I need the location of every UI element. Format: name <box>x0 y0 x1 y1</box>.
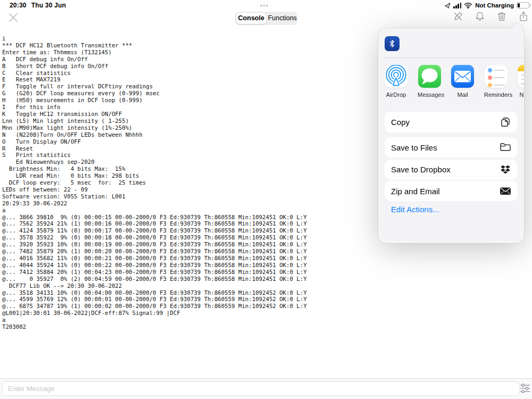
popover-divider <box>384 57 524 58</box>
message-bar <box>0 378 532 399</box>
action-zip-and-email[interactable]: Zip and Email <box>385 181 518 201</box>
console-output-text: i *** DCF HC12 Bluetooth Transmitter ***… <box>2 36 372 331</box>
share-sheet-popover: AirDrop Messages <box>378 28 524 243</box>
folder-icon <box>500 142 511 153</box>
airdrop-label: AirDrop <box>385 92 408 98</box>
pencil-slash-icon[interactable] <box>452 11 464 22</box>
wifi-icon <box>464 2 472 9</box>
console-output-area[interactable]: i *** DCF HC12 Bluetooth Transmitter ***… <box>2 36 372 378</box>
messages-icon <box>418 65 441 88</box>
cellular-signal-icon <box>453 3 461 9</box>
save-to-dropbox-label: Save to Dropbox <box>391 165 500 174</box>
zip-and-email-label: Zip and Email <box>391 187 500 196</box>
mail-app[interactable]: Mail <box>451 65 475 98</box>
trash-icon[interactable] <box>496 11 508 22</box>
share-icon[interactable] <box>518 11 529 22</box>
airdrop-icon <box>385 65 408 88</box>
action-copy[interactable]: Copy <box>385 112 518 132</box>
mail-label: Mail <box>451 92 475 98</box>
console-functions-segmented-control: Console Functions <box>235 12 297 25</box>
tab-console[interactable]: Console <box>236 13 267 24</box>
terminal-app-screen: 20:30Thu 30 Jun ••• Not Charging <box>0 0 532 399</box>
copy-icon <box>500 117 511 128</box>
sliders-settings-icon[interactable] <box>520 384 530 393</box>
battery-icon <box>517 2 529 9</box>
toolbar: Console Functions <box>0 11 532 27</box>
status-time: 20:30 <box>10 2 27 9</box>
envelope-filled-icon <box>500 185 511 197</box>
save-to-files-label: Save to Files <box>391 143 500 152</box>
messages-app[interactable]: Messages <box>418 65 441 98</box>
status-date: Thu 30 Jun <box>31 2 66 9</box>
notes-icon <box>518 65 524 88</box>
status-time-date: 20:30Thu 30 Jun <box>10 2 66 9</box>
reminders-label: Reminders <box>484 92 508 98</box>
action-save-to-files[interactable]: Save to Files <box>385 137 518 157</box>
bluetooth-source-icon <box>385 36 400 51</box>
battery-status-label: Not Charging <box>475 2 514 9</box>
copy-label: Copy <box>391 118 500 127</box>
notes-label-truncated: N <box>518 92 525 98</box>
airdrop-app[interactable]: AirDrop <box>385 65 408 98</box>
reminders-icon <box>485 65 508 88</box>
location-arrow-icon <box>444 2 451 9</box>
message-input[interactable] <box>2 381 520 396</box>
notes-app[interactable]: N <box>518 65 525 98</box>
mail-icon <box>451 65 474 88</box>
dropbox-icon <box>500 164 511 176</box>
close-icon[interactable] <box>8 12 19 23</box>
action-save-to-dropbox[interactable]: Save to Dropbox <box>385 160 518 180</box>
edit-actions-link[interactable]: Edit Actions... <box>391 205 439 214</box>
messages-label: Messages <box>418 92 441 98</box>
tab-functions[interactable]: Functions <box>268 12 298 25</box>
multitasking-dots-indicator: ••• <box>260 3 269 9</box>
status-bar: 20:30Thu 30 Jun ••• Not Charging <box>0 0 532 11</box>
reminders-app[interactable]: Reminders <box>484 65 508 98</box>
bell-icon[interactable] <box>474 11 486 22</box>
